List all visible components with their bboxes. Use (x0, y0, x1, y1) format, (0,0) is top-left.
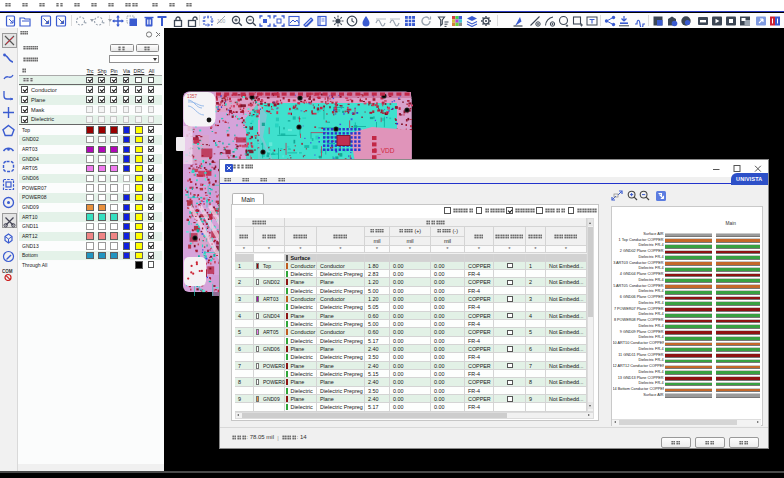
svg-text:0_VDD: 0_VDD (374, 147, 395, 155)
svg-text:COM: COM (2, 269, 13, 274)
svg-text:1357: 1357 (187, 94, 198, 99)
svg-text:100: 100 (217, 18, 226, 24)
